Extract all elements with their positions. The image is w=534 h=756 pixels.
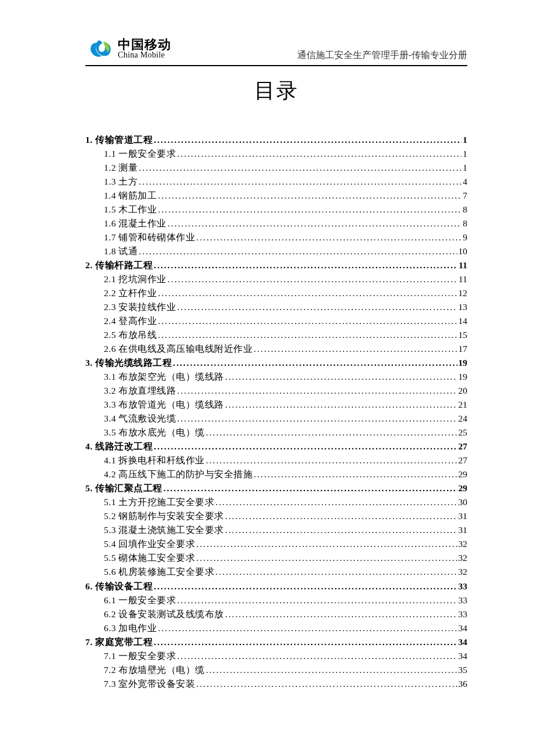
toc-label: 5.2 钢筋制作与安装安全要求 — [104, 509, 224, 523]
toc-page-number: 33 — [459, 579, 468, 593]
toc-entry[interactable]: 4.2 高压线下施工的防护与安全措施29 — [85, 467, 467, 481]
toc-entry[interactable]: 1. 传输管道工程1 — [85, 133, 467, 147]
toc-dots — [158, 621, 457, 635]
toc-dots — [225, 370, 457, 384]
toc-dots — [154, 258, 457, 272]
toc-dots — [164, 481, 457, 495]
toc-entry[interactable]: 2.6 在供电线及高压输电线附近作业17 — [85, 342, 467, 356]
toc-entry[interactable]: 7.2 布放墙壁光（电）缆35 — [85, 663, 467, 677]
toc-label: 7.3 室外宽带设备安装 — [104, 677, 195, 691]
toc-dots — [177, 412, 457, 426]
toc-dots — [168, 217, 462, 231]
toc-page-number: 32 — [459, 551, 468, 565]
toc-entry[interactable]: 4.1 拆换电杆和杆线作业27 — [85, 453, 467, 467]
toc-entry[interactable]: 5. 传输汇聚点工程29 — [85, 481, 467, 495]
toc-page-number: 21 — [459, 398, 468, 412]
page-title: 目录 — [85, 77, 467, 105]
toc-dots — [225, 607, 457, 621]
toc-dots — [225, 523, 457, 537]
toc-entry[interactable]: 7.3 室外宽带设备安装36 — [85, 677, 467, 691]
toc-dots — [139, 161, 461, 175]
toc-dots — [177, 147, 461, 161]
toc-page-number: 15 — [459, 328, 468, 342]
toc-dots — [206, 426, 457, 440]
toc-entry[interactable]: 2.3 安装拉线作业13 — [85, 300, 467, 314]
toc-dots — [139, 175, 461, 189]
toc-label: 5. 传输汇聚点工程 — [85, 481, 163, 495]
toc-entry[interactable]: 3. 传输光缆线路工程19 — [85, 356, 467, 370]
toc-label: 6. 传输设备工程 — [85, 579, 153, 593]
toc-entry[interactable]: 7. 家庭宽带工程34 — [85, 635, 467, 649]
toc-entry[interactable]: 1.6 混凝土作业8 — [85, 217, 467, 231]
toc-label: 1.8 试通 — [104, 244, 138, 258]
toc-page-number: 33 — [459, 607, 468, 621]
toc-page-number: 1 — [463, 133, 467, 147]
toc-entry[interactable]: 7.1 一般安全要求34 — [85, 649, 467, 663]
toc-page-number: 9 — [463, 231, 467, 244]
toc-dots — [225, 509, 457, 523]
toc-page-number: 8 — [463, 217, 467, 231]
toc-entry[interactable]: 2.1 挖坑洞作业11 — [85, 272, 467, 286]
toc-entry[interactable]: 1.1 一般安全要求1 — [85, 147, 467, 161]
logo-en-text: China Mobile — [118, 51, 171, 59]
header-title: 通信施工安全生产管理手册-传输专业分册 — [297, 49, 467, 62]
toc-label: 4. 线路迁改工程 — [85, 440, 153, 453]
toc-page-number: 35 — [459, 663, 468, 677]
toc-page-number: 30 — [459, 495, 468, 509]
toc-page-number: 24 — [459, 412, 468, 426]
toc-entry[interactable]: 1.5 木工作业8 — [85, 203, 467, 217]
toc-label: 2.1 挖坑洞作业 — [104, 272, 167, 286]
toc-label: 1.2 测量 — [104, 161, 138, 175]
toc-page-number: 10 — [459, 244, 468, 258]
toc-page-number: 29 — [459, 467, 468, 481]
toc-label: 1.7 铺管和砖砌体作业 — [104, 231, 195, 244]
toc-label: 1.3 土方 — [104, 175, 138, 189]
toc-entry[interactable]: 5.5 砌体施工安全要求32 — [85, 551, 467, 565]
toc-entry[interactable]: 2.4 登高作业14 — [85, 314, 467, 328]
toc-entry[interactable]: 3.2 布放直埋线路20 — [85, 384, 467, 398]
toc-entry[interactable]: 5.4 回填作业安全要求32 — [85, 537, 467, 551]
toc-entry[interactable]: 4. 线路迁改工程27 — [85, 440, 467, 453]
toc-page-number: 8 — [463, 203, 467, 217]
toc-page-number: 31 — [459, 509, 468, 523]
toc-entry[interactable]: 3.4 气流敷设光缆24 — [85, 412, 467, 426]
toc-entry[interactable]: 1.7 铺管和砖砌体作业9 — [85, 231, 467, 244]
toc-entry[interactable]: 1.3 土方4 — [85, 175, 467, 189]
toc-page-number: 32 — [459, 565, 468, 579]
document-page: 中国移动 China Mobile 通信施工安全生产管理手册-传输专业分册 目录… — [0, 0, 534, 756]
toc-entry[interactable]: 6. 传输设备工程33 — [85, 579, 467, 593]
toc-page-number: 11 — [459, 258, 467, 272]
toc-entry[interactable]: 2.2 立杆作业12 — [85, 286, 467, 300]
toc-entry[interactable]: 2. 传输杆路工程11 — [85, 258, 467, 272]
china-mobile-icon — [85, 36, 116, 62]
toc-entry[interactable]: 6.1 一般安全要求33 — [85, 593, 467, 607]
toc-entry[interactable]: 2.5 布放吊线15 — [85, 328, 467, 342]
toc-label: 2.5 布放吊线 — [104, 328, 157, 342]
toc-entry[interactable]: 1.4 钢筋加工7 — [85, 189, 467, 203]
toc-entry[interactable]: 3.5 布放水底光（电）缆25 — [85, 426, 467, 440]
toc-page-number: 19 — [459, 356, 468, 370]
toc-dots — [173, 356, 457, 370]
toc-entry[interactable]: 3.1 布放架空光（电）缆线路19 — [85, 370, 467, 384]
toc-entry[interactable]: 5.1 土方开挖施工安全要求30 — [85, 495, 467, 509]
toc-entry[interactable]: 6.2 设备安装测试及线缆布放33 — [85, 607, 467, 621]
toc-label: 1.6 混凝土作业 — [104, 217, 167, 231]
toc-dots — [206, 453, 457, 467]
toc-label: 3.4 气流敷设光缆 — [104, 412, 176, 426]
toc-dots — [177, 649, 457, 663]
toc-entry[interactable]: 6.3 加电作业34 — [85, 621, 467, 635]
toc-entry[interactable]: 1.2 测量1 — [85, 161, 467, 175]
toc-label: 7.2 布放墙壁光（电）缆 — [104, 663, 205, 677]
toc-entry[interactable]: 3.3 布放管道光（电）缆线路21 — [85, 398, 467, 412]
toc-dots — [158, 328, 457, 342]
table-of-contents: 1. 传输管道工程11.1 一般安全要求11.2 测量11.3 土方41.4 钢… — [85, 133, 467, 691]
toc-entry[interactable]: 5.2 钢筋制作与安装安全要求31 — [85, 509, 467, 523]
toc-entry[interactable]: 5.6 机房装修施工安全要求32 — [85, 565, 467, 579]
toc-entry[interactable]: 5.3 混凝土浇筑施工安全要求31 — [85, 523, 467, 537]
toc-entry[interactable]: 1.8 试通10 — [85, 244, 467, 258]
toc-label: 2.3 安装拉线作业 — [104, 300, 176, 314]
toc-dots — [196, 551, 457, 565]
toc-page-number: 29 — [459, 481, 468, 495]
page-header: 中国移动 China Mobile 通信施工安全生产管理手册-传输专业分册 — [85, 36, 467, 62]
header-divider — [85, 65, 467, 66]
